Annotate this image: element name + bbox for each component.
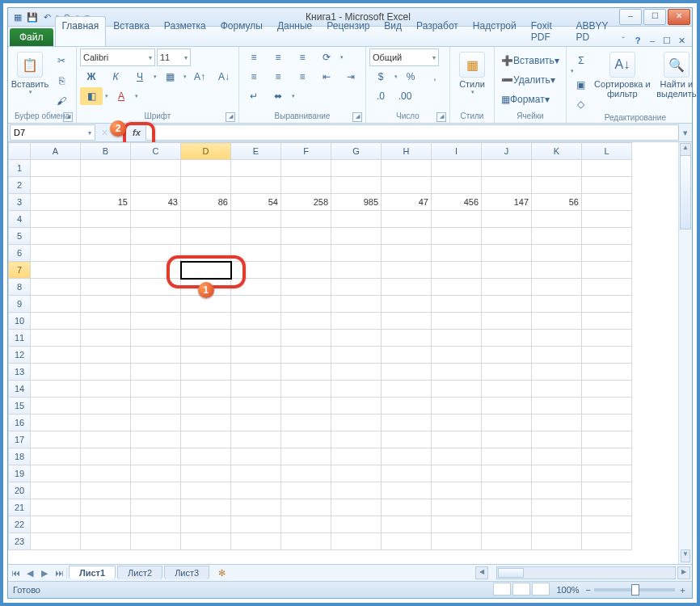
cell-L13[interactable]: [582, 364, 632, 381]
cell-F2[interactable]: [281, 177, 331, 194]
col-header-I[interactable]: I: [432, 143, 482, 160]
cell-D16[interactable]: [181, 415, 231, 431]
cell-D5[interactable]: [181, 228, 231, 245]
cell-J21[interactable]: [482, 499, 532, 516]
cell-H4[interactable]: [382, 211, 432, 228]
cell-E16[interactable]: [231, 415, 281, 431]
cell-A3[interactable]: [31, 194, 81, 211]
cell-J10[interactable]: [482, 313, 532, 330]
cell-J23[interactable]: [482, 533, 532, 550]
cell-K12[interactable]: [532, 347, 582, 364]
row-header-10[interactable]: 10: [9, 313, 31, 330]
tab-abbyy pd[interactable]: ABBYY PD: [569, 16, 618, 46]
cell-A7[interactable]: [31, 262, 81, 279]
align-left-button[interactable]: ≡: [242, 68, 265, 86]
cell-I16[interactable]: [432, 415, 482, 431]
row-header-3[interactable]: 3: [9, 194, 31, 211]
cell-C9[interactable]: [131, 296, 181, 313]
cell-A11[interactable]: [31, 330, 81, 347]
cell-A6[interactable]: [31, 245, 81, 262]
cell-G9[interactable]: [331, 296, 382, 313]
row-header-22[interactable]: 22: [9, 516, 31, 533]
ws-tab-лист3[interactable]: Лист3: [164, 566, 209, 579]
cell-A9[interactable]: [31, 296, 81, 313]
cell-L8[interactable]: [582, 279, 632, 296]
cell-D10[interactable]: [181, 313, 231, 330]
scroll-up-icon[interactable]: ▲: [680, 143, 691, 156]
cell-E1[interactable]: [231, 160, 281, 177]
cell-B14[interactable]: [81, 381, 131, 398]
cell-A14[interactable]: [31, 381, 81, 398]
col-header-L[interactable]: L: [582, 143, 632, 160]
cell-A4[interactable]: [31, 211, 81, 228]
cell-E10[interactable]: [231, 313, 281, 330]
cell-B2[interactable]: [81, 177, 131, 194]
cell-G22[interactable]: [331, 516, 382, 533]
maximize-button[interactable]: ☐: [643, 9, 666, 25]
cell-G18[interactable]: [331, 448, 382, 465]
cell-D4[interactable]: [181, 211, 231, 228]
cell-H11[interactable]: [382, 330, 432, 347]
cell-H12[interactable]: [382, 347, 432, 364]
cell-H10[interactable]: [382, 313, 432, 330]
hscroll-left-icon[interactable]: ◀: [475, 566, 488, 579]
cell-F15[interactable]: [281, 398, 331, 415]
orientation-button[interactable]: ⟳: [315, 48, 338, 66]
fill-button[interactable]: ▣: [570, 76, 592, 94]
zoom-in-icon[interactable]: ＋: [678, 584, 687, 596]
cell-F6[interactable]: [281, 245, 331, 262]
cell-D3[interactable]: 86: [181, 194, 231, 211]
cell-F23[interactable]: [281, 533, 331, 550]
row-header-7[interactable]: 7: [9, 262, 31, 279]
cell-C22[interactable]: [131, 516, 181, 533]
cell-I12[interactable]: [432, 347, 482, 364]
cell-I20[interactable]: [432, 482, 482, 499]
cell-I8[interactable]: [432, 279, 482, 296]
cell-I10[interactable]: [432, 313, 482, 330]
cell-B19[interactable]: [81, 465, 131, 482]
hscroll-right-icon[interactable]: ▶: [677, 566, 690, 579]
cell-F8[interactable]: [281, 279, 331, 296]
cell-C12[interactable]: [131, 347, 181, 364]
row-header-8[interactable]: 8: [9, 279, 31, 296]
cell-I17[interactable]: [432, 431, 482, 448]
cell-J1[interactable]: [482, 160, 532, 177]
cell-G4[interactable]: [331, 211, 382, 228]
cell-G2[interactable]: [331, 177, 382, 194]
cell-G19[interactable]: [331, 465, 382, 482]
cell-D21[interactable]: [181, 499, 231, 516]
cell-H5[interactable]: [382, 228, 432, 245]
cell-D12[interactable]: [181, 347, 231, 364]
cell-D17[interactable]: [181, 431, 231, 448]
cell-G23[interactable]: [331, 533, 382, 550]
cell-B5[interactable]: [81, 228, 131, 245]
cell-K7[interactable]: [532, 262, 582, 279]
col-header-E[interactable]: E: [231, 143, 281, 160]
cell-F13[interactable]: [281, 364, 331, 381]
find-select-button[interactable]: 🔍 Найти и выделить: [652, 48, 700, 99]
cell-I1[interactable]: [432, 160, 482, 177]
zoom-thumb[interactable]: [631, 584, 639, 595]
cell-A22[interactable]: [31, 516, 81, 533]
cell-I9[interactable]: [432, 296, 482, 313]
cell-E12[interactable]: [231, 347, 281, 364]
number-format-combo[interactable]: Общий▾: [369, 48, 439, 66]
cell-H23[interactable]: [382, 533, 432, 550]
increase-decimal-button[interactable]: .0: [369, 87, 392, 105]
cell-E5[interactable]: [231, 228, 281, 245]
cell-E17[interactable]: [231, 431, 281, 448]
cell-G3[interactable]: 985: [331, 194, 382, 211]
cell-F7[interactable]: [281, 262, 331, 279]
cell-D2[interactable]: [181, 177, 231, 194]
cell-A23[interactable]: [31, 533, 81, 550]
cell-H20[interactable]: [382, 482, 432, 499]
clear-button[interactable]: ◇: [570, 95, 592, 113]
cell-K15[interactable]: [532, 398, 582, 415]
cell-L21[interactable]: [582, 499, 632, 516]
save-icon[interactable]: 💾: [26, 11, 39, 23]
cell-I19[interactable]: [432, 465, 482, 482]
cell-E3[interactable]: 54: [231, 194, 281, 211]
cell-K5[interactable]: [532, 228, 582, 245]
cell-B3[interactable]: 15: [81, 194, 131, 211]
cell-A17[interactable]: [31, 431, 81, 448]
